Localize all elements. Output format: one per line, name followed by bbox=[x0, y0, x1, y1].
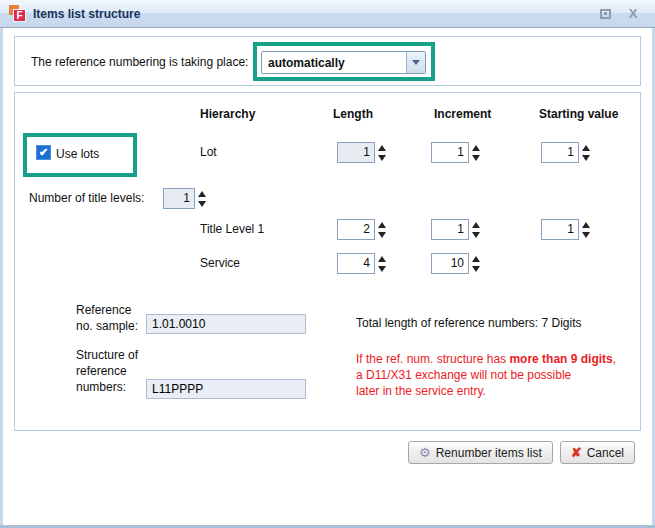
total-length-label: Total length of reference numbers: bbox=[356, 316, 538, 330]
lot-increment-spinner: 1 bbox=[431, 142, 480, 163]
row-label-title-level-1: Title Level 1 bbox=[200, 222, 264, 236]
row-label-lot: Lot bbox=[200, 145, 217, 159]
chevron-down-icon bbox=[412, 60, 420, 65]
items-list-structure-dialog: F Items list structure X The reference n… bbox=[0, 0, 655, 528]
title-levels-arrows[interactable] bbox=[198, 191, 206, 207]
spinner-up-icon[interactable] bbox=[378, 222, 386, 228]
button-row: ⚙ Renumber items list ✘ Cancel bbox=[408, 441, 635, 464]
structure-label-line3: numbers: bbox=[76, 379, 138, 395]
spinner-up-icon[interactable] bbox=[378, 145, 386, 151]
reference-sample-label-line1: Reference bbox=[76, 302, 138, 318]
lot-length-arrows[interactable] bbox=[378, 145, 386, 161]
spinner-down-icon[interactable] bbox=[472, 266, 480, 272]
spinner-up-icon[interactable] bbox=[582, 145, 590, 151]
spinner-up-icon[interactable] bbox=[472, 222, 480, 228]
row-label-service: Service bbox=[200, 256, 240, 270]
use-lots-label: Use lots bbox=[56, 147, 99, 161]
window-border-left bbox=[0, 28, 3, 528]
service-length-arrows[interactable] bbox=[378, 256, 386, 272]
spinner-down-icon[interactable] bbox=[582, 155, 590, 161]
lot-increment-arrows[interactable] bbox=[472, 145, 480, 161]
reference-numbering-label: The reference numbering is taking place: bbox=[31, 55, 248, 69]
spinner-up-icon[interactable] bbox=[582, 222, 590, 228]
dropdown-button[interactable] bbox=[406, 52, 425, 73]
cancel-button[interactable]: ✘ Cancel bbox=[560, 441, 635, 464]
title-level-1-length-field[interactable]: 2 bbox=[337, 219, 375, 240]
maximize-button[interactable] bbox=[597, 6, 613, 22]
spinner-down-icon[interactable] bbox=[378, 155, 386, 161]
lot-length-field: 1 bbox=[337, 142, 375, 163]
service-increment-spinner: 10 bbox=[431, 253, 480, 274]
total-length-value: 7 Digits bbox=[541, 316, 581, 330]
title-levels-spinner: 1 bbox=[163, 188, 206, 209]
lot-starting-value-field[interactable]: 1 bbox=[541, 142, 579, 163]
app-icon-letter: F bbox=[13, 9, 26, 22]
warning-line1: If the ref. num. structure has more than… bbox=[356, 351, 616, 367]
service-length-spinner: 4 bbox=[337, 253, 386, 274]
warning-line3: later in the service entry. bbox=[356, 383, 616, 399]
service-increment-arrows[interactable] bbox=[472, 256, 480, 272]
service-length-field[interactable]: 4 bbox=[337, 253, 375, 274]
numbering-mode-value: automatically bbox=[262, 56, 406, 70]
structure-field: L11PPPP bbox=[146, 379, 306, 399]
lot-length-spinner: 1 bbox=[337, 142, 386, 163]
spinner-up-icon[interactable] bbox=[378, 256, 386, 262]
header-increment: Increment bbox=[434, 107, 491, 121]
close-icon: X bbox=[629, 7, 638, 20]
total-length-text: Total length of reference numbers: 7 Dig… bbox=[356, 316, 581, 330]
title-level-1-increment-spinner: 1 bbox=[431, 219, 480, 240]
lot-starting-value-spinner: 1 bbox=[541, 142, 590, 163]
header-hierarchy: Hierarchy bbox=[200, 107, 255, 121]
spinner-down-icon[interactable] bbox=[378, 232, 386, 238]
cancel-x-icon: ✘ bbox=[571, 446, 582, 459]
lot-starting-value-arrows[interactable] bbox=[582, 145, 590, 161]
app-icon: F bbox=[9, 5, 26, 22]
service-increment-field[interactable]: 10 bbox=[431, 253, 469, 274]
spinner-up-icon[interactable] bbox=[472, 145, 480, 151]
structure-panel: Hierarchy Length Increment Starting valu… bbox=[14, 92, 641, 431]
renumber-items-label: Renumber items list bbox=[436, 446, 542, 460]
numbering-mode-dropdown[interactable]: automatically bbox=[261, 51, 426, 74]
header-starting-value: Starting value bbox=[539, 107, 618, 121]
lot-increment-field[interactable]: 1 bbox=[431, 142, 469, 163]
header-length: Length bbox=[333, 107, 373, 121]
dialog-title: Items list structure bbox=[33, 7, 140, 21]
title-levels-label: Number of title levels: bbox=[29, 191, 144, 205]
title-level-1-increment-field[interactable]: 1 bbox=[431, 219, 469, 240]
title-level-1-length-arrows[interactable] bbox=[378, 222, 386, 238]
spinner-up-icon[interactable] bbox=[472, 256, 480, 262]
spinner-down-icon[interactable] bbox=[582, 232, 590, 238]
spinner-down-icon[interactable] bbox=[472, 232, 480, 238]
numbering-mode-panel: The reference numbering is taking place:… bbox=[14, 36, 641, 86]
reference-sample-label-line2: no. sample: bbox=[76, 318, 138, 334]
gears-icon: ⚙ bbox=[419, 446, 431, 459]
spinner-down-icon[interactable] bbox=[198, 201, 206, 207]
reference-sample-field: 1.01.0010 bbox=[146, 314, 306, 334]
structure-label-line2: reference bbox=[76, 363, 138, 379]
title-bar[interactable]: F Items list structure X bbox=[0, 0, 655, 28]
title-level-1-starting-value-arrows[interactable] bbox=[582, 222, 590, 238]
structure-label-line1: Structure of bbox=[76, 347, 138, 363]
title-level-1-length-spinner: 2 bbox=[337, 219, 386, 240]
spinner-up-icon[interactable] bbox=[198, 191, 206, 197]
title-level-1-starting-value-spinner: 1 bbox=[541, 219, 590, 240]
reference-sample-label: Reference no. sample: bbox=[76, 302, 138, 334]
title-levels-field: 1 bbox=[163, 188, 195, 209]
close-button[interactable]: X bbox=[625, 6, 641, 22]
spinner-down-icon[interactable] bbox=[472, 155, 480, 161]
warning-line2: a D11/X31 exchange will not be possible bbox=[356, 367, 616, 383]
renumber-items-button[interactable]: ⚙ Renumber items list bbox=[408, 441, 553, 464]
title-level-1-increment-arrows[interactable] bbox=[472, 222, 480, 238]
warning-text: If the ref. num. structure has more than… bbox=[356, 351, 616, 399]
cancel-label: Cancel bbox=[587, 446, 624, 460]
title-level-1-starting-value-field[interactable]: 1 bbox=[541, 219, 579, 240]
maximize-icon bbox=[600, 9, 611, 19]
spinner-down-icon[interactable] bbox=[378, 266, 386, 272]
use-lots-checkbox[interactable] bbox=[36, 145, 51, 160]
structure-label: Structure of reference numbers: bbox=[76, 347, 138, 395]
